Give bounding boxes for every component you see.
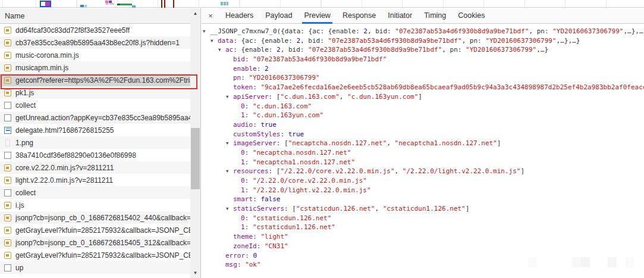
scrollbar[interactable]: ▲ ▼ (190, 8, 200, 278)
json-number-value: true (288, 130, 304, 138)
tree-row[interactable]: smart: false (202, 195, 644, 204)
tree-row[interactable]: 0: "/2.22.0/core.v2.22.0.min.js" (202, 176, 644, 186)
json-key: msg (225, 261, 237, 268)
json-punctuation: : (245, 55, 253, 63)
request-name-label: pk1.js (15, 89, 34, 97)
tree-row[interactable]: ▼__JSONP_c7mxnw7_0({data: {ac: {enable: … (202, 27, 644, 36)
json-punctuation: ,…},…},…}) (623, 27, 644, 35)
tree-row[interactable]: 0: "cstaticdun.126.net" (202, 214, 644, 223)
tab-response[interactable]: Response (337, 8, 382, 24)
json-preview-tree: ▼__JSONP_c7mxnw7_0({data: {ac: {enable: … (202, 24, 644, 278)
tab-cookies[interactable]: Cookies (452, 8, 491, 24)
overview-mark (109, 3, 114, 5)
json-key: 1 (241, 111, 245, 119)
request-row[interactable]: getconf?referer=https%3A%2F%2Fdun.163.co… (0, 74, 191, 86)
tree-row[interactable]: 0: "c.dun.163.com" (202, 102, 644, 111)
name-column-header[interactable]: Name (0, 8, 201, 24)
request-row[interactable]: core.v2.22.0.min.js?v=2811211 (0, 161, 191, 174)
json-string-value: "necaptcha.nosdn.127.net" (288, 139, 387, 147)
expand-arrow-icon[interactable]: ▼ (226, 92, 233, 102)
scrollbar-thumb[interactable] (191, 128, 200, 189)
request-row[interactable]: musicapm.min.js (0, 61, 191, 74)
json-string-value: "CN31" (265, 242, 288, 250)
tree-row[interactable]: bid: "07e2387ab53a4d6f930b8d9a9be71bdf" (202, 55, 644, 64)
request-row[interactable]: i.js (0, 199, 191, 211)
json-punctuation: ] (497, 139, 501, 147)
request-row[interactable]: 38a7410cdf36ef88290e0136e0f86998 (0, 149, 191, 161)
overview-mark (132, 5, 136, 8)
tree-row[interactable]: ▼staticServers: ["cstaticdun.126.net", "… (202, 204, 644, 214)
json-key: 0 (241, 102, 245, 110)
json-key: audio (233, 121, 253, 129)
tree-row[interactable]: ▼data: {ac: {enable: 2, bid: "07e2387ab5… (202, 36, 644, 46)
json-key: theme (233, 233, 253, 240)
request-row[interactable]: delegate.html?1686726815255 (0, 124, 191, 136)
network-overview-strip[interactable] (0, 0, 644, 8)
json-string-value: "YD20160637306799" (552, 27, 623, 35)
tree-row[interactable]: 1: "cstaticdun1.126.net" (202, 223, 644, 232)
json-number-value: true (260, 121, 277, 129)
request-row[interactable]: cb37e835cc3ea89b5895aa43b8ec20f8.js?hidd… (0, 36, 191, 49)
request-name-label: 1.png (15, 139, 33, 147)
tree-row[interactable]: theme: "light" (202, 232, 644, 242)
tree-row[interactable]: token: "9ca17ae2e6fecda16ae2e6eeb5cb528a… (202, 83, 644, 92)
tree-row[interactable]: zoneId: "CN31" (202, 242, 644, 251)
expand-arrow-icon[interactable]: ▼ (226, 167, 233, 176)
tree-row[interactable]: ▼ac: {enable: 2, bid: "07e2387ab53a4d6f9… (202, 45, 644, 55)
request-row[interactable]: getGrayLevel?kfuin=2852175932&callback=J… (0, 224, 191, 236)
tab-initiator[interactable]: Initiator (382, 8, 418, 24)
request-list-panel: Name dd64fcaf30c83dd72f8f3e3527eee5ffcb3… (0, 8, 201, 278)
json-punctuation: : (241, 74, 249, 82)
json-string-value: "/2.22.0/core.v2.22.0.min.js" (253, 177, 367, 185)
expand-arrow-icon[interactable]: ▼ (226, 204, 233, 214)
request-row[interactable]: up (0, 261, 191, 274)
overview-mark (80, 5, 84, 7)
tree-row[interactable]: ▼resources: ["/2.22.0/core.v2.22.0.min.j… (202, 167, 644, 176)
tab-headers[interactable]: Headers (219, 8, 259, 24)
request-row[interactable]: getUnread.action?appKey=cb37e835cc3ea89b… (0, 111, 191, 124)
script-file-icon (4, 77, 11, 84)
tree-row[interactable]: enable: 2 (202, 64, 644, 74)
tab-payload[interactable]: Payload (259, 8, 298, 24)
tree-row[interactable]: pn: "YD20160637306799" (202, 73, 644, 83)
tree-row[interactable]: ▼imageServer: ["necaptcha.nosdn.127.net"… (202, 139, 644, 148)
request-row[interactable]: collect (0, 99, 191, 111)
request-row[interactable]: jsonp?cb=jsonp_cb_0_1686726815405_312&ca… (0, 236, 191, 249)
json-string-value: "YD20160637306799" (249, 74, 320, 82)
request-row[interactable]: light.v2.22.0.min.js?v=2811211 (0, 174, 191, 186)
request-name-label: i.js (15, 201, 24, 210)
overview-mark (221, 2, 223, 5)
tree-row[interactable]: audio: true (202, 120, 644, 130)
json-key: enable (233, 65, 257, 73)
close-icon[interactable]: × (202, 11, 219, 20)
json-punctuation: ] (418, 93, 422, 101)
request-row[interactable]: getGrayLevel?kfuin=2852175932&callback=J… (0, 249, 191, 261)
request-row[interactable]: jsonp?cb=jsonp_cb_0_1686726815402_440&ca… (0, 211, 191, 224)
request-row[interactable]: dd64fcaf30c83dd72f8f3e3527eee5ff (0, 24, 191, 36)
tree-row[interactable]: customStyles: true (202, 130, 644, 139)
tree-row[interactable]: 1: "/2.22.0/light.v2.22.0.min.js" (202, 186, 644, 195)
tree-row[interactable]: 1: "c.dun.163yun.com" (202, 111, 644, 120)
request-row[interactable]: pk1.js (0, 86, 191, 99)
expand-arrow-icon[interactable]: ▼ (203, 27, 210, 36)
request-row[interactable]: 1.png (0, 136, 191, 149)
request-name-label: getconf?referer=https%3A%2F%2Fdun.163.co… (15, 76, 191, 85)
request-row[interactable]: music-corona.min.js (0, 49, 191, 61)
expand-arrow-icon[interactable]: ▼ (211, 36, 218, 46)
expand-arrow-icon[interactable]: ▼ (226, 139, 233, 148)
tree-row[interactable]: 0: "necaptcha.nosdn.127.net" (202, 148, 644, 158)
tab-timing[interactable]: Timing (418, 8, 452, 24)
watermark-block (581, 257, 590, 267)
json-punctuation: , pn: (529, 27, 552, 35)
overview-load-event-line (164, 0, 165, 8)
json-punctuation: __JSONP_c7mxnw7_0({data: {ac: {enable: (210, 27, 363, 35)
tab-preview[interactable]: Preview (298, 8, 336, 24)
scroll-up-arrow-icon[interactable]: ▲ (190, 8, 200, 18)
tree-row[interactable]: 1: "necaptcha1.nosdn.127.net" (202, 158, 644, 167)
request-row[interactable]: collect (0, 186, 191, 199)
tree-row[interactable]: ▼apiServer: ["c.dun.163.com", "c.dun.163… (202, 92, 644, 102)
request-name-label: cb37e835cc3ea89b5895aa43b8ec20f8.js?hidd… (15, 39, 180, 47)
scroll-down-arrow-icon[interactable]: ▼ (190, 268, 200, 278)
request-name-label: getGrayLevel?kfuin=2852175932&callback=J… (15, 251, 191, 260)
expand-arrow-icon[interactable]: ▼ (218, 45, 225, 55)
